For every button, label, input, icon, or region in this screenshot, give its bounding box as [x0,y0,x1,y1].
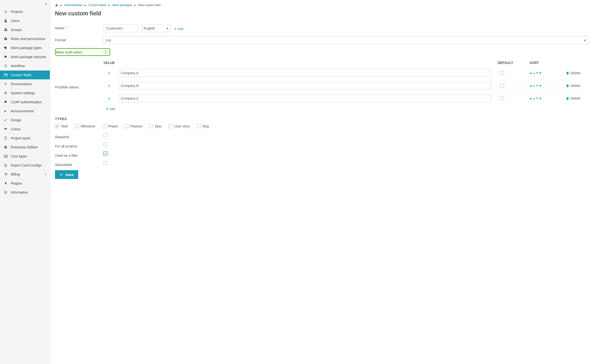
add-value-link[interactable]: + Add [106,107,115,111]
sort-top-icon[interactable] [529,72,532,74]
format-select[interactable]: List [103,36,588,44]
type-option-bug[interactable]: Bug [197,124,209,128]
type-option-epic[interactable]: Epic [149,124,162,128]
sidebar-item-work-package-types[interactable]: Work package types [0,43,50,52]
type-option-phase[interactable]: Phase [102,124,118,128]
type-checkbox[interactable] [55,124,59,128]
default-checkbox[interactable] [500,96,504,100]
name-input[interactable] [103,24,138,32]
sidebar-item-information[interactable]: Information [0,188,50,197]
delete-button[interactable]: Delete [566,84,588,88]
sort-down-icon[interactable] [536,97,538,100]
sidebar-item-projects[interactable]: Projects [0,7,50,16]
type-option-feature[interactable]: Feature [124,124,142,128]
used-as-filter-checkbox[interactable] [103,152,107,156]
sidebar-item-colors[interactable]: Colors [0,125,50,134]
default-checkbox[interactable] [500,84,504,88]
save-button[interactable]: Save [55,170,78,179]
sidebar-item-groups[interactable]: Groups [0,25,50,34]
sidebar-item-cost-types[interactable]: Cost types [0,152,50,161]
trash-icon [566,84,569,87]
sidebar-item-custom-fields[interactable]: Custom fields [0,71,50,80]
drag-handle-icon[interactable] [108,97,118,100]
svg-point-19 [109,84,110,85]
sidebar-item-label: Work package statuses [11,55,46,59]
type-option-task[interactable]: Task [55,124,68,128]
sidebar-item-export-card-configs[interactable]: Export Card Configs [0,161,50,170]
chevron-right-icon: ▶ [60,4,62,7]
sidebar-item-enumerations[interactable]: Enumerations [0,80,50,89]
for-all-projects-checkbox[interactable] [103,142,107,146]
sidebar-item-announcement[interactable]: Announcement [0,107,50,116]
breadcrumb-link-administration[interactable]: Administration [64,3,83,7]
delete-button[interactable]: Delete [566,71,588,75]
sort-bottom-icon[interactable] [539,72,542,74]
multi-select-checkbox[interactable] [104,50,108,54]
trash-icon [566,71,569,75]
sort-controls[interactable] [529,84,566,87]
type-checkbox[interactable] [168,124,172,128]
sort-down-icon[interactable] [536,72,538,74]
home-icon[interactable] [55,4,58,7]
sort-up-icon[interactable] [533,97,535,100]
value-row: Delete [108,92,588,105]
type-checkbox[interactable] [124,124,128,128]
sidebar-item-work-package-statuses[interactable]: Work package statuses [0,52,50,62]
plus-icon: + [106,107,109,111]
required-checkbox[interactable] [103,133,107,137]
default-checkbox[interactable] [500,71,504,75]
type-option-user-story[interactable]: User story [168,124,190,128]
breadcrumb-link-work-packages[interactable]: Work packages [112,3,132,7]
sidebar-item-enterprise-edition[interactable]: Enterprise Edition [0,143,50,152]
type-checkbox[interactable] [75,124,79,128]
chevron-right-icon: ▶ [85,4,87,7]
sidebar-item-label: Design [11,118,22,122]
sort-bottom-icon[interactable] [539,84,542,87]
sidebar-item-design[interactable]: Design [0,116,50,125]
type-checkbox[interactable] [102,124,106,128]
drag-handle-icon[interactable] [108,84,118,87]
sort-top-icon[interactable] [529,97,532,100]
sort-down-icon[interactable] [536,84,538,87]
value-input[interactable] [118,69,491,77]
file-icon [3,136,8,140]
type-checkbox[interactable] [197,124,201,128]
sort-up-icon[interactable] [533,72,535,74]
chevron-down-icon[interactable] [44,173,47,176]
type-label: Milestone [81,124,95,128]
sidebar-item-label: LDAP authentication [11,100,42,104]
sidebar-item-system-settings[interactable]: System settings [0,89,50,98]
delete-button[interactable]: Delete [566,96,588,100]
sidebar-item-roles-and-permissions[interactable]: Roles and permissions [0,34,50,43]
language-select[interactable]: English [142,24,171,32]
searchable-checkbox[interactable] [103,161,107,165]
sidebar-collapse-button[interactable]: « [0,0,50,7]
add-name-link[interactable]: + Add [174,26,183,32]
page-title: New custom field [55,10,588,17]
for-all-projects-label: For all projects [55,142,103,148]
sidebar-item-workflow[interactable]: Workflow [0,62,50,71]
value-input[interactable] [118,82,491,90]
type-option-milestone[interactable]: Milestone [75,124,95,128]
sidebar-item-label: Enterprise Edition [11,145,38,149]
type-checkbox[interactable] [149,124,153,128]
drag-handle-icon[interactable] [108,72,118,74]
sort-controls[interactable] [529,97,566,100]
sidebar-item-project-types[interactable]: Project types [0,134,50,143]
value-input[interactable] [118,94,491,102]
sidebar-item-billing[interactable]: Billing [0,170,50,179]
sidebar-item-users[interactable]: Users [0,16,50,25]
sidebar-item-ldap-authentication[interactable]: LDAP authentication [0,98,50,107]
sidebar-item-label: Plugins [11,181,22,185]
sidebar-item-plugins[interactable]: Plugins [0,179,50,188]
check-icon [59,173,63,177]
sidebar-item-label: Projects [11,10,23,14]
sort-controls[interactable] [529,72,566,74]
searchable-label: Searchable [55,161,103,167]
svg-point-15 [109,73,110,74]
sort-top-icon[interactable] [529,84,532,87]
sort-bottom-icon[interactable] [539,97,542,100]
name-label: Name * [55,24,103,30]
sort-up-icon[interactable] [533,84,535,87]
breadcrumb-link-custom-fields[interactable]: Custom fields [88,3,106,7]
